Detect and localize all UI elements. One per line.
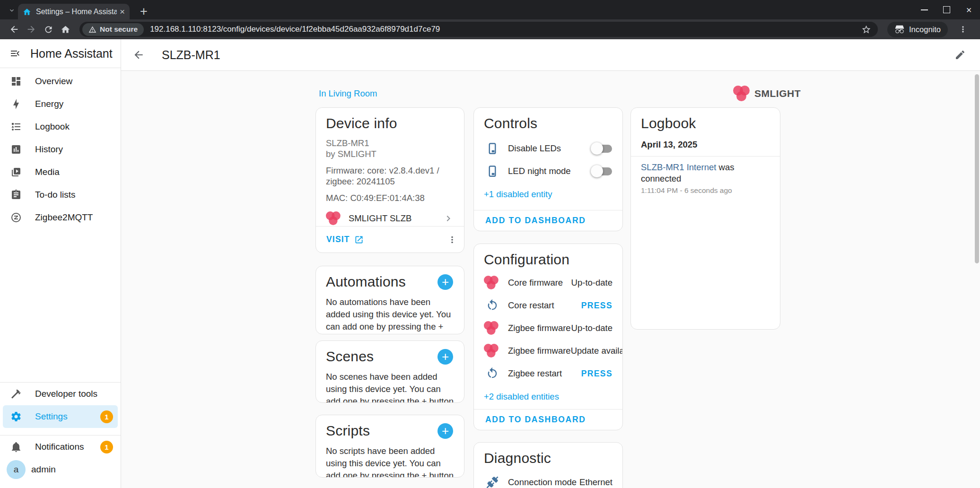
user-name: admin [31, 464, 56, 475]
add-scene-button[interactable]: + [438, 349, 453, 365]
bookmark-star-icon[interactable] [861, 25, 871, 35]
sidebar-item-notifications[interactable]: Notifications 1 [0, 436, 121, 458]
browser-menu-button[interactable] [954, 21, 971, 38]
entity-row-core-firmware[interactable]: Core firmware Up-to-date [484, 271, 612, 294]
scripts-empty-text: No scripts have been added using this de… [326, 445, 454, 478]
configuration-card: Configuration Core firmware Up-to-date C… [473, 244, 623, 430]
sidebar-item-label: Overview [35, 76, 72, 87]
entity-label: Core firmware [508, 278, 563, 288]
sidebar-bottom: Developer tools Settings 1 Notifications… [0, 382, 121, 481]
browser-back-button[interactable] [6, 21, 23, 38]
sidebar-item-developer-tools[interactable]: Developer tools [0, 383, 121, 405]
browser-home-button[interactable] [57, 21, 74, 38]
back-button[interactable] [132, 49, 145, 61]
address-bar[interactable]: Not secure 192.168.1.110:8123/config/dev… [79, 22, 878, 37]
notifications-badge: 1 [100, 441, 113, 453]
sidebar-item-media[interactable]: Media [0, 161, 121, 183]
add-to-dashboard-button[interactable]: ADD TO DASHBOARD [485, 216, 586, 226]
history-chart-icon [10, 144, 22, 155]
disable-leds-toggle[interactable] [591, 140, 612, 157]
sidebar-item-label: History [35, 144, 63, 155]
browser-reload-button[interactable] [40, 21, 57, 38]
device-manufacturer: by SMLIGHT [326, 148, 454, 159]
device-menu-button[interactable] [447, 235, 457, 245]
not-secure-chip[interactable]: Not secure [82, 23, 144, 36]
add-automation-button[interactable]: + [438, 274, 453, 290]
logbook-date: April 13, 2025 [641, 139, 770, 150]
device-info-card: Device info SLZB-MR1 by SMLIGHT Firmware… [315, 107, 464, 253]
window-controls: × [913, 0, 980, 19]
sidebar-item-todo-lists[interactable]: To-do lists [0, 183, 121, 206]
new-tab-button[interactable]: + [136, 4, 151, 19]
visit-button[interactable]: VISIT [326, 235, 364, 244]
sidebar-item-label: Energy [35, 99, 63, 109]
sidebar-item-label: Zigbee2MQTT [35, 212, 93, 223]
tablet-icon [484, 141, 501, 156]
sidebar-item-history[interactable]: History [0, 138, 121, 161]
sidebar-item-label: Notifications [35, 442, 84, 452]
led-night-mode-toggle[interactable] [591, 163, 612, 179]
sidebar-item-energy[interactable]: Energy [0, 93, 121, 115]
sidebar-item-settings[interactable]: Settings 1 [3, 405, 118, 428]
connected-device-label: SMLIGHT SLZB [349, 213, 411, 224]
scrollbar-thumb[interactable] [975, 74, 979, 263]
disabled-entities-link[interactable]: +2 disabled entities [484, 392, 612, 402]
sidebar-item-logbook[interactable]: Logbook [0, 115, 121, 138]
sidebar-toggle-button[interactable] [9, 48, 21, 59]
disabled-entities-link[interactable]: +1 disabled entity [484, 189, 612, 200]
press-button[interactable]: PRESS [581, 301, 612, 311]
home-assistant-favicon-icon [23, 8, 31, 16]
tab-search-button[interactable] [6, 4, 18, 17]
entity-state: Update available [571, 346, 623, 356]
tablet-icon [484, 164, 501, 178]
window-minimize-button[interactable] [913, 0, 936, 19]
entity-row-zigbee-firmware-update[interactable]: Zigbee firmware Update available [484, 340, 612, 362]
entity-state: Up-to-date [571, 323, 612, 333]
connected-device-row[interactable]: SMLIGHT SLZB [326, 210, 454, 227]
add-to-dashboard-button[interactable]: ADD TO DASHBOARD [485, 415, 586, 425]
menu-open-icon [9, 48, 21, 59]
sidebar-item-overview[interactable]: Overview [0, 70, 121, 93]
device-page-content: In Living Room SMLIGHT Device info SLZB-… [121, 70, 980, 488]
entity-label: Zigbee firmware [508, 346, 571, 356]
card-title: Device info [326, 115, 454, 131]
tab-title: Settings – Home Assistant [36, 8, 117, 16]
entity-row-connection-mode[interactable]: Connection mode Ethernet [484, 471, 612, 488]
arrow-left-icon [132, 49, 145, 61]
press-button[interactable]: PRESS [581, 369, 612, 379]
edit-device-button[interactable] [954, 49, 966, 61]
entity-row-disable-leds: Disable LEDs [484, 137, 612, 160]
entity-label: Core restart [508, 300, 554, 311]
avatar: a [7, 460, 26, 479]
browser-tab[interactable]: Settings – Home Assistant × [18, 4, 130, 19]
scripts-card: Scripts + No scripts have been added usi… [315, 415, 464, 478]
gear-icon [10, 411, 22, 422]
tab-close-icon[interactable]: × [120, 7, 125, 16]
sidebar-item-zigbee2mqtt[interactable]: Zigbee2MQTT [0, 206, 121, 229]
sidebar-item-label: Settings [35, 411, 68, 422]
device-mac: MAC: C0:49:EF:01:4A:38 [326, 192, 454, 203]
incognito-badge: Incognito [887, 22, 948, 37]
card-title: Diagnostic [484, 450, 612, 466]
brand-name: SMLIGHT [754, 88, 801, 99]
card-title: Configuration [484, 252, 612, 268]
sidebar-item-label: Media [35, 167, 60, 177]
card-title: Controls [484, 115, 612, 131]
url-text[interactable]: 192.168.1.110:8123/config/devices/device… [150, 25, 858, 34]
window-close-button[interactable]: × [958, 0, 980, 19]
configuration-footer: ADD TO DASHBOARD [474, 409, 622, 430]
open-in-new-icon [354, 235, 364, 244]
sidebar-item-label: To-do lists [35, 190, 76, 200]
sidebar-header: Home Assistant [0, 39, 121, 68]
sidebar-item-label: Logbook [35, 122, 70, 132]
add-script-button[interactable]: + [438, 423, 453, 439]
sidebar-item-profile[interactable]: a admin [0, 458, 121, 481]
zigbee2mqtt-icon [10, 212, 22, 223]
entity-state: Ethernet [579, 477, 612, 488]
window-maximize-button[interactable] [936, 0, 958, 19]
area-link[interactable]: In Living Room [319, 88, 377, 99]
logbook-entity-link[interactable]: SLZB-MR1 Internet [641, 162, 716, 172]
entity-row-zigbee-firmware[interactable]: Zigbee firmware Up-to-date [484, 317, 612, 340]
incognito-icon [894, 24, 905, 35]
browser-forward-button[interactable] [23, 21, 40, 38]
